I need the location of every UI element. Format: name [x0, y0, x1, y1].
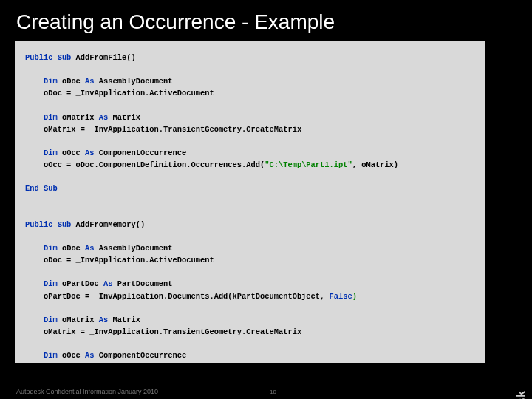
code-text: oPartDoc = _InvApplication.Documents.Add… — [25, 292, 330, 301]
code-text: oOcc = oDoc.ComponentDefinition.Occurren… — [25, 160, 265, 169]
code-text: As — [85, 351, 94, 360]
code-text: Public Sub — [25, 220, 71, 229]
code-text: As — [103, 279, 112, 288]
code-text: Matrix — [108, 316, 140, 324]
code-text: oDoc = _InvApplication.ActiveDocument — [25, 89, 214, 98]
code-text: Matrix — [108, 113, 140, 122]
code-text: oDoc — [58, 77, 85, 86]
code-text: Public Sub — [25, 53, 71, 62]
code-text: Dim — [44, 244, 58, 253]
code-text — [25, 279, 44, 288]
code-text: oMatrix — [58, 316, 99, 324]
code-text: End Sub — [25, 184, 58, 193]
code-text — [25, 77, 44, 86]
code-text — [25, 244, 44, 253]
page-number: 10 — [270, 389, 276, 395]
footer-text: Autodesk Confidential Information Januar… — [16, 388, 158, 395]
code-text: AddFromMemory() — [71, 220, 145, 229]
code-text: oPartDoc — [58, 279, 103, 288]
code-text: oMatrix = _InvApplication.TransientGeome… — [25, 125, 301, 134]
code-text: oDoc — [58, 244, 85, 253]
code-text: False — [330, 292, 352, 301]
code-text: oMatrix — [58, 113, 99, 122]
code-text: ComponentOccurrence — [95, 351, 187, 360]
code-text: Dim — [44, 113, 58, 122]
code-text: oMatrix = _InvApplication.TransientGeome… — [25, 327, 301, 336]
code-text: Dim — [44, 149, 58, 157]
slide-title: Creating an Occurrence - Example — [0, 0, 532, 41]
code-text: oOcc — [58, 149, 85, 157]
code-text — [25, 316, 44, 324]
code-text — [25, 351, 44, 360]
slide: Creating an Occurrence - Example Public … — [0, 0, 532, 399]
code-text: As — [99, 113, 108, 122]
code-text — [25, 113, 44, 122]
code-text: Dim — [44, 77, 58, 86]
code-text: AssemblyDocument — [95, 244, 173, 253]
code-text: As — [99, 316, 108, 324]
code-text: "C:\Temp\Part1.ipt" — [265, 160, 352, 169]
code-text: Dim — [44, 279, 58, 288]
code-text: Dim — [44, 316, 58, 324]
brand-logo: Autodesk — [514, 390, 529, 399]
code-block: Public Sub AddFromFile() Dim oDoc As Ass… — [15, 41, 485, 363]
code-text: PartDocument — [113, 279, 173, 288]
code-text: As — [85, 149, 94, 157]
code-text: AssemblyDocument — [95, 77, 173, 86]
code-text: oDoc = _InvApplication.ActiveDocument — [25, 256, 214, 265]
code-text: As — [85, 77, 94, 86]
code-text: Dim — [44, 351, 58, 360]
code-text: , oMatrix) — [352, 160, 398, 169]
code-text: As — [85, 244, 94, 253]
code-text: oOcc — [58, 351, 85, 360]
code-text: AddFromFile() — [71, 53, 135, 62]
code-text — [25, 149, 44, 157]
code-text: ComponentOccurrence — [95, 149, 187, 157]
code-text: ) — [352, 292, 357, 301]
